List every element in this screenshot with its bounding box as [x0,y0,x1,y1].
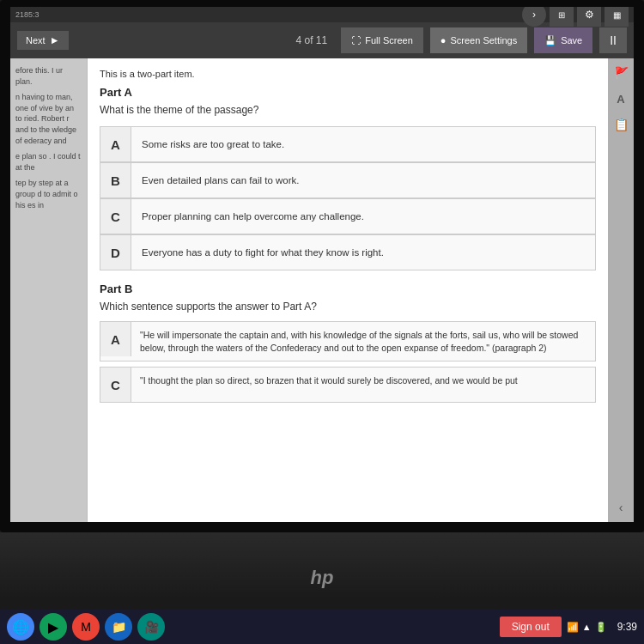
passage-text-2: n having to man, one of vive by an to ri… [15,92,82,146]
save-label: Save [561,35,582,46]
passage-text-3: e plan so . I could t at the [15,151,82,173]
choice-c[interactable]: C Proper planning can help overcome any … [100,198,596,234]
passage-text-1: efore this. I ur plan. [15,65,82,87]
fullscreen-label: Full Screen [365,35,413,46]
system-bar-text: 2185:3 [15,10,39,19]
wifi-icon: 📶 [567,622,579,633]
fullscreen-icon-symbol: ⛶ [351,35,361,46]
settings-icon[interactable]: ⚙ [577,7,601,27]
main-area: efore this. I ur plan. n having to man, … [10,58,634,522]
pause-label: II [610,33,617,47]
taskbar: 🌐 ▶ M 📁 🎥 Sign out 📶 ▲ 🔋 9:39 [0,610,644,644]
settings-label: Screen Settings [450,35,517,46]
chevron-right-icon: ► [50,34,60,46]
fullscreen-icon[interactable]: ⊞ [550,7,574,27]
flag-icon[interactable]: 🚩 [611,64,630,82]
sign-out-label: Sign out [512,621,550,633]
taskbar-status: 📶 ▲ 🔋 9:39 [567,621,637,633]
choice-a[interactable]: A Some risks are too great to take. [100,126,596,162]
choice-d-text: Everyone has a duty to fight for what th… [131,239,394,266]
save-button[interactable]: 💾 Save [534,27,592,53]
choice-b-a[interactable]: A "He will impersonate the captain and, … [100,321,596,361]
part-a-question: What is the theme of the passage? [100,104,596,116]
choice-b[interactable]: B Even detailed plans can fail to work. [100,162,596,198]
next-label: Next [26,35,46,46]
play-icon[interactable]: ▶ [39,613,67,641]
pause-button[interactable]: II [599,27,627,53]
part-a-label: Part A [100,86,596,99]
choice-b-c-letter: C [100,368,131,402]
choice-d-letter: D [100,235,131,270]
settings-icon-symbol: ● [440,35,447,46]
drive-icon[interactable]: 📁 [105,613,132,641]
choice-c-letter: C [100,199,131,234]
app-toolbar: Next ► 4 of 11 ⛶ Full Screen ● Screen Se… [10,22,634,58]
taskbar-time: 9:39 [617,621,637,633]
passage-panel: efore this. I ur plan. n having to man, … [10,58,88,522]
nav-icon[interactable]: › [522,7,546,27]
sign-out-button[interactable]: Sign out [500,617,562,637]
text-size-icon[interactable]: A [611,89,630,108]
choice-b-c-text: "I thought the plan so direct, so brazen… [131,368,526,394]
part-b-label: Part B [100,283,596,295]
right-sidebar: 🚩 A 📋 ‹ [608,58,634,522]
part-b-question: Which sentence supports the answer to Pa… [100,301,596,313]
extra-icon[interactable]: ▦ [605,7,629,27]
choice-b-letter: B [100,163,131,197]
gmail-icon[interactable]: M [72,613,100,641]
chrome-icon[interactable]: 🌐 [7,613,34,641]
choice-a-text: Some risks are too great to take. [131,131,295,158]
system-bar: 2185:3 › ⊞ ⚙ ▦ [10,7,634,22]
choice-b-a-text: "He will impersonate the captain and, wi… [131,322,595,361]
choice-d[interactable]: D Everyone has a duty to fight for what … [100,234,596,270]
page-counter: 4 of 11 [295,34,327,46]
meet-icon[interactable]: 🎥 [137,613,165,641]
battery-icon: 🔋 [595,622,607,633]
passage-text-4: tep by step at a group d to admit o his … [15,178,82,210]
question-panel: This is a two-part item. Part A What is … [88,58,608,522]
fullscreen-button[interactable]: ⛶ Full Screen [341,27,423,53]
save-icon: 💾 [544,35,556,46]
choice-a-letter: A [100,127,131,161]
collapse-icon[interactable]: ‹ [611,498,630,517]
choice-b-text: Even detailed plans can fail to work. [131,167,309,194]
screen-settings-button[interactable]: ● Screen Settings [430,27,527,53]
document-icon[interactable]: 📋 [611,115,630,134]
two-part-notice: This is a two-part item. [100,69,596,79]
choice-b-c[interactable]: C "I thought the plan so direct, so braz… [100,367,596,403]
choice-b-a-letter: A [100,322,131,356]
signal-icon: ▲ [582,622,592,632]
top-right-icon-group: › ⊞ ⚙ ▦ [522,7,629,27]
next-button[interactable]: Next ► [17,31,69,50]
choice-c-text: Proper planning can help overcome any ch… [131,203,374,230]
hp-logo: hp [311,567,334,589]
